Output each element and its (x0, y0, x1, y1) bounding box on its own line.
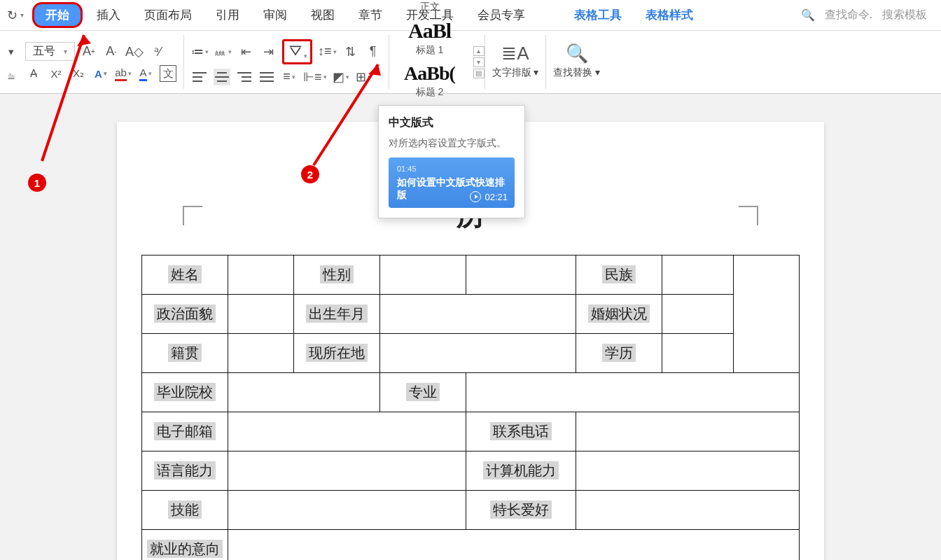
chevron-down-icon[interactable]: ▾ (3, 43, 20, 60)
resume-table[interactable]: 姓名性别民族政治面貌出生年月婚姻状况籍贯现所在地学历毕业院校专业电子邮箱联系电话… (141, 255, 800, 560)
subscript-icon[interactable]: X₂ (70, 65, 87, 82)
table-label[interactable]: 毕业院校 (142, 373, 228, 412)
distribute-icon[interactable]: ≡▾ (281, 69, 298, 85)
tooltip-video-card[interactable]: 01:45 如何设置中文版式快速排版 02:21 (389, 158, 515, 208)
style-item-1[interactable]: AaBl标题 1 (396, 17, 463, 59)
tab-references[interactable]: 引用 (206, 3, 249, 27)
shading-icon[interactable]: ◩▾ (333, 69, 349, 85)
annotation-marker-2: 2 (301, 165, 319, 183)
tab-view[interactable]: 视图 (301, 3, 344, 27)
borders-icon[interactable]: ⊞▾ (355, 69, 372, 85)
tab-table-styles[interactable]: 表格样式 (636, 3, 703, 27)
enclose-char-icon[interactable]: 文 (160, 65, 176, 82)
chinese-format-tooltip: 中文版式 对所选内容设置文字版式。 01:45 如何设置中文版式快速排版 02:… (378, 105, 525, 218)
table-label[interactable]: 电子邮箱 (142, 412, 228, 451)
font-color-icon[interactable]: A▾ (137, 65, 154, 82)
annotation-marker-1: 1 (28, 174, 46, 192)
tab-home[interactable]: 开始 (32, 2, 83, 28)
table-label[interactable]: 联系电话 (466, 412, 576, 451)
decrease-indent-icon[interactable]: ⇤ (237, 43, 254, 60)
table-label[interactable]: 出生年月 (293, 295, 379, 334)
strikethrough-icon[interactable]: A̶ (25, 65, 42, 82)
toolbar: ▾ 五号▾ A+ A- A◇ ᵃ⁄ ⎁ A̶ X² X₂ A▾ ab▾ A▾ 文… (0, 31, 941, 94)
superscript-icon[interactable]: X² (48, 65, 64, 82)
numbering-icon[interactable]: ⅏▾ (214, 43, 232, 60)
table-label[interactable]: 特长爱好 (466, 491, 576, 530)
text-layout-button[interactable]: 文字排版 ▾ (492, 66, 539, 79)
text-layout-icon: ≣A (501, 46, 529, 62)
align-left-icon[interactable] (191, 69, 208, 85)
tab-section[interactable]: 章节 (349, 3, 392, 27)
underline-icon[interactable]: ⎁ (3, 65, 20, 82)
font-size-select[interactable]: 五号▾ (25, 42, 75, 61)
redo-button[interactable]: ↻ ▾ (7, 8, 28, 23)
styles-scroll[interactable]: ▴▾▤ (470, 31, 485, 93)
table-label[interactable]: 就业的意向 (142, 530, 228, 561)
chinese-format-icon (287, 43, 304, 59)
tab-page-layout[interactable]: 页面布局 (134, 3, 202, 27)
line-spacing-icon[interactable]: ↕≡▾ (318, 43, 337, 60)
tab-review[interactable]: 审阅 (253, 3, 297, 27)
bullets-icon[interactable]: ≔▾ (191, 43, 209, 60)
search-icon: 🔍 (801, 8, 815, 22)
chinese-format-button[interactable]: ▾ (282, 39, 312, 64)
table-label[interactable]: 民族 (576, 255, 662, 295)
styles-gallery[interactable]: AaBbCcDc正文AaBl标题 1AaBb(标题 2AaBb(标题 3 ▾ (389, 31, 470, 93)
sort-icon[interactable]: ⇅ (342, 43, 359, 60)
tooltip-title: 中文版式 (389, 115, 515, 130)
decrease-font-icon[interactable]: A- (103, 43, 120, 60)
tab-insert[interactable]: 插入 (87, 3, 130, 27)
redo-icon: ↻ (7, 8, 18, 23)
align-justify-icon[interactable] (258, 69, 275, 85)
find-icon: 🔍 (566, 46, 588, 62)
tooltip-body: 对所选内容设置文字版式。 (389, 136, 515, 150)
clear-format-icon[interactable]: ᵃ⁄ (149, 43, 166, 60)
tab-table-tools[interactable]: 表格工具 (564, 3, 632, 27)
play-icon (470, 191, 481, 202)
show-marks-icon[interactable]: ¶ (365, 43, 382, 60)
highlight-icon[interactable]: ab▾ (115, 65, 132, 82)
tab-stops-icon[interactable]: ⊩≡▾ (303, 69, 327, 85)
table-label[interactable]: 现所在地 (293, 334, 379, 373)
table-label[interactable]: 技能 (142, 491, 228, 530)
ribbon-tabs: ↻ ▾ 开始 插入 页面布局 引用 审阅 视图 章节 开发工具 会员专享 表格工… (0, 0, 941, 31)
table-label[interactable]: 姓名 (142, 255, 228, 295)
increase-font-icon[interactable]: A+ (81, 43, 97, 60)
style-item-0[interactable]: AaBbCcDc正文 (396, 0, 463, 15)
command-search[interactable]: 查找命令. (825, 8, 872, 22)
table-label[interactable]: 性别 (293, 255, 379, 295)
table-label[interactable]: 政治面貌 (142, 295, 228, 334)
table-label[interactable]: 学历 (576, 334, 662, 373)
table-label[interactable]: 婚姻状况 (576, 295, 662, 334)
align-right-icon[interactable] (236, 69, 253, 85)
chevron-down-icon: ▾ (20, 11, 24, 19)
change-case-icon[interactable]: A◇ (125, 43, 144, 60)
increase-indent-icon[interactable]: ⇥ (260, 43, 277, 60)
template-search[interactable]: 搜索模板 (882, 8, 927, 22)
tab-member[interactable]: 会员专享 (468, 3, 535, 27)
find-replace-button[interactable]: 查找替换 ▾ (553, 66, 600, 79)
align-center-icon[interactable] (214, 69, 230, 85)
table-label[interactable]: 计算机能力 (466, 451, 576, 491)
table-label[interactable]: 专业 (379, 373, 466, 412)
text-effects-icon[interactable]: A▾ (92, 65, 109, 82)
table-label[interactable]: 籍贯 (142, 334, 228, 373)
table-label[interactable]: 语言能力 (142, 451, 228, 491)
